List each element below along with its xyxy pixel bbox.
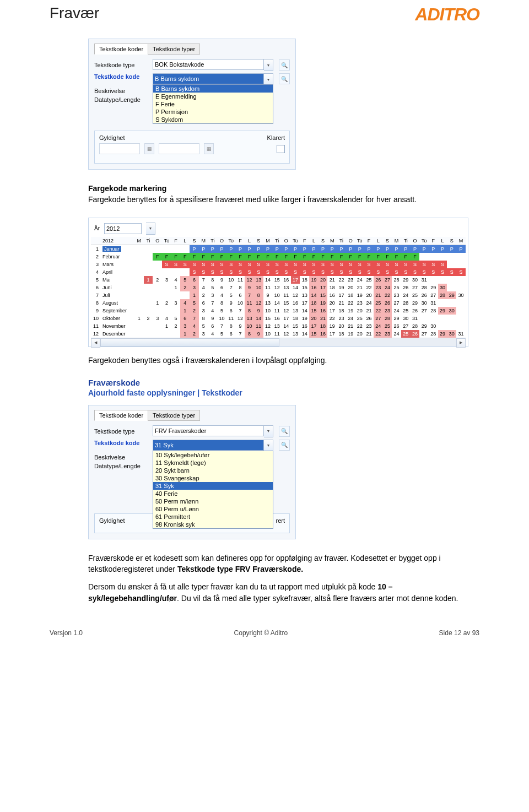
scrollbar-thumb[interactable] [100, 338, 279, 347]
label-gyldighet: Gyldighet [99, 134, 125, 141]
heading-fargekode-markering: Fargekode markering [88, 184, 166, 193]
lookup-icon[interactable]: 🔍 [279, 59, 290, 71]
dropdown-item[interactable]: 30 Svangerskap [153, 474, 273, 482]
label-klarert: Klarert [267, 134, 285, 141]
page-title: Fravær [50, 4, 99, 22]
year-field[interactable]: 2012 [104, 223, 142, 234]
fravaerskalender: År 2012 ▼ 2012MTiOToFLSMTiOToFLSMTiOToFL… [88, 218, 468, 347]
lookup-icon[interactable]: 🔍 [279, 440, 290, 451]
tab-tekstkode-typer[interactable]: Tekstkode typer [148, 44, 200, 55]
horizontal-scrollbar[interactable]: ◀ ▶ [91, 338, 466, 347]
tekstkode-panel-1: Tekstkode koderTekstkode typer Tekstkode… [88, 39, 296, 170]
tekstkode-type-dropdown-arrow[interactable]: ▼ [264, 59, 273, 71]
body-paragraph: Fargekoden benyttes også i fraværskalend… [88, 355, 463, 366]
lookup-icon[interactable]: 🔍 [279, 426, 290, 437]
tekstkode-panel-2: Tekstkode koderTekstkode typer Tekstkode… [88, 405, 296, 539]
calendar-grid: 2012MTiOToFLSMTiOToFLSMTiOToFLSMTiOToFLS… [91, 237, 466, 338]
tekstkode-type-field[interactable]: FRV Fraværskoder [153, 425, 264, 436]
label-klarert: rert [276, 517, 285, 524]
lookup-icon[interactable]: 🔍 [279, 73, 290, 84]
tab-tekstkode-koder[interactable]: Tekstkode koder [94, 44, 148, 55]
label-tekstkode-kode: Tekstkode kode [94, 73, 149, 80]
tekstkode-type-field[interactable]: BOK Bokstavkode [153, 59, 264, 70]
tab-tekstkode-typer[interactable]: Tekstkode typer [148, 410, 200, 421]
dropdown-arrow-icon[interactable]: ▼ [264, 425, 273, 437]
body-paragraph: Fraværskode er et kodesett som kan defin… [88, 553, 463, 575]
label-datatype: Datatype/Lengde [94, 463, 149, 469]
tekstkode-kode-field[interactable]: B Barns sykdom [153, 73, 264, 84]
dropdown-item[interactable]: 50 Perm m/lønn [153, 497, 273, 505]
calendar-icon[interactable]: ▦ [144, 143, 154, 154]
dropdown-item[interactable]: P Permisjon [153, 108, 273, 116]
dropdown-item[interactable]: F Ferie [153, 100, 273, 108]
label-beskrivelse: Beskrivelse [94, 454, 149, 461]
label-beskrivelse: Beskrivelse [94, 88, 149, 94]
year-dropdown-arrow[interactable]: ▼ [146, 223, 155, 235]
label-year: År [94, 225, 100, 231]
dropdown-arrow-icon[interactable]: ▼ [264, 440, 273, 452]
footer-version: Versjon 1.0 [50, 629, 83, 637]
dropdown-item[interactable]: 40 Ferie [153, 490, 273, 497]
label-gyldighet: Gyldighet [99, 517, 125, 524]
dropdown-item[interactable]: 98 Kronisk syk [153, 521, 273, 528]
gyldighet-til-field[interactable] [159, 143, 199, 154]
footer-copyright: Copyright © Aditro [234, 629, 288, 637]
dropdown-item[interactable]: 20 Sykt barn [153, 467, 273, 474]
tekstkode-kode-dropdown-list[interactable]: B Barns sykdom E Egenmelding F Ferie P P… [153, 84, 273, 124]
body-paragraph: Fargekode markering Fargekode benyttes f… [88, 183, 463, 205]
scroll-left-arrow[interactable]: ◀ [91, 338, 100, 348]
gyldighet-fra-field[interactable] [99, 143, 140, 154]
tekstkode-kode-dropdown-list[interactable]: 10 Syk/legebeh/ufør 11 Sykmeldt (lege) 2… [153, 451, 273, 529]
tekstkode-kode-field[interactable]: 31 Syk [153, 440, 264, 451]
dropdown-item[interactable]: E Egenmelding [153, 93, 273, 100]
body-paragraph: Dersom du ønsker å få ut alle typer frav… [88, 581, 463, 604]
label-datatype: Datatype/Lengde [94, 96, 149, 103]
klarert-checkbox[interactable] [277, 145, 285, 153]
scroll-right-arrow[interactable]: ▶ [456, 338, 466, 348]
label-tekstkode-kode: Tekstkode kode [94, 440, 149, 446]
dropdown-item[interactable]: 31 Syk [153, 482, 273, 490]
footer-page-number: Side 12 av 93 [439, 629, 479, 637]
dropdown-item[interactable]: S Sykdom [153, 116, 273, 123]
page-footer: Versjon 1.0 Copyright © Aditro Side 12 a… [50, 616, 479, 637]
label-tekstkode-type: Tekstkode type [94, 62, 149, 68]
label-tekstkode-type: Tekstkode type [94, 428, 149, 435]
tab-tekstkode-koder[interactable]: Tekstkode koder [94, 410, 148, 421]
dropdown-item[interactable]: 10 Syk/legebeh/ufør [153, 451, 273, 459]
brand-logo: ADITRO [415, 4, 479, 25]
dropdown-item[interactable]: B Barns sykdom [153, 85, 273, 93]
dropdown-item[interactable]: 11 Sykmeldt (lege) [153, 459, 273, 467]
breadcrumb: Ajourhold faste opplysninger | Tekstkode… [88, 388, 463, 397]
dropdown-item[interactable]: 60 Perm u/Lønn [153, 505, 273, 513]
dropdown-item[interactable]: 61 Permittert [153, 513, 273, 521]
calendar-icon[interactable]: ▦ [204, 143, 214, 154]
tekstkode-kode-dropdown-arrow[interactable]: ▼ [264, 73, 273, 85]
heading-fravaerskode: Fraværskode [88, 378, 463, 387]
